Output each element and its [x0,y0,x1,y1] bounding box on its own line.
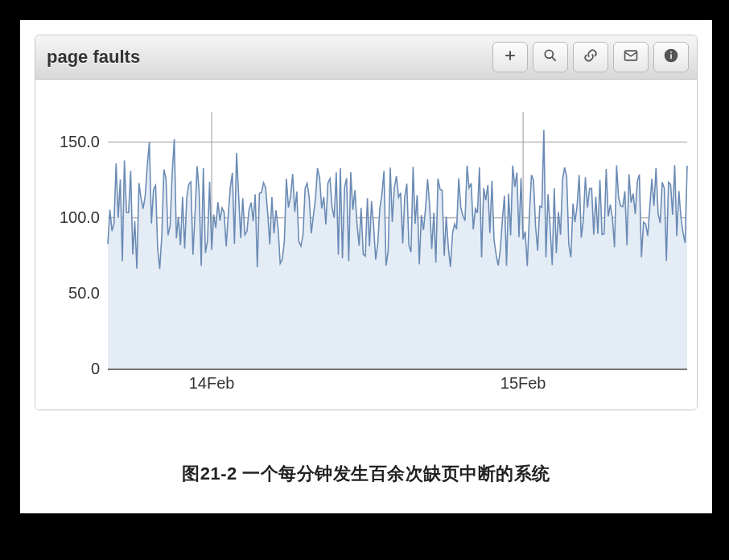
svg-rect-6 [670,54,672,59]
panel-header: page faults [35,35,697,80]
magnifier-icon [542,47,558,67]
svg-point-2 [545,50,553,58]
chart-area-fill [108,130,687,369]
figure-caption: 图21-2 一个每分钟发生百余次缺页中断的系统 [20,443,712,513]
y-tick-label: 100.0 [60,208,100,226]
y-tick-label: 0 [91,360,100,377]
link-icon [583,47,599,67]
figure-container: page faults 050.0100.0150.014Feb15Feb 图2… [20,20,712,513]
link-button[interactable] [573,42,608,72]
mail-button[interactable] [613,42,649,72]
zoom-button[interactable] [533,42,568,72]
svg-line-3 [552,57,556,61]
y-tick-label: 50.0 [68,284,100,302]
plus-icon [502,47,518,67]
chart-svg: 050.0100.0150.014Feb15Feb [35,80,695,410]
chart-panel: page faults 050.0100.0150.014Feb15Feb [35,35,698,410]
add-button[interactable] [492,42,528,72]
panel-toolbar [492,42,689,72]
x-tick-label: 14Feb [189,374,235,392]
info-icon [663,47,679,67]
info-button[interactable] [653,42,689,72]
panel-title: page faults [43,47,140,68]
mail-icon [623,47,639,67]
svg-rect-7 [670,51,672,53]
x-tick-label: 15Feb [500,374,546,392]
chart-area: 050.0100.0150.014Feb15Feb [35,80,697,410]
y-tick-label: 150.0 [60,133,100,150]
